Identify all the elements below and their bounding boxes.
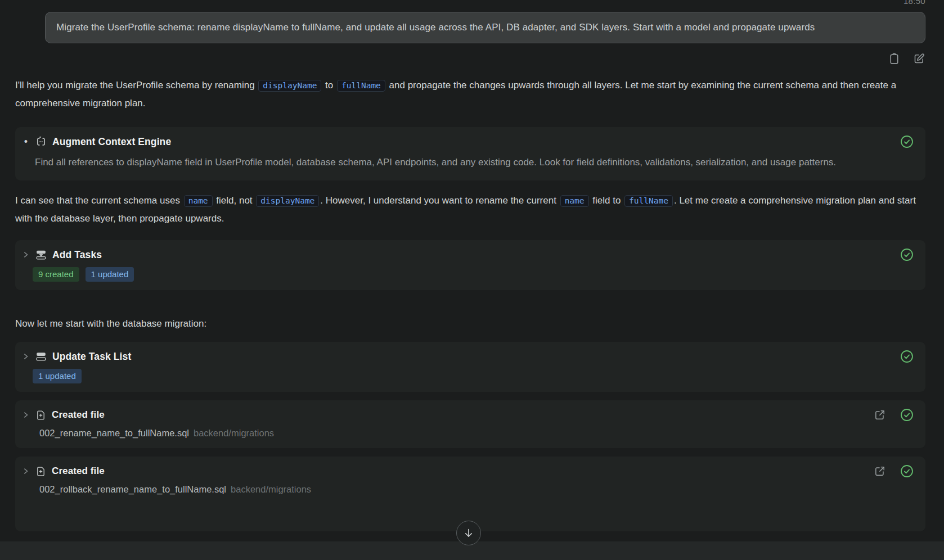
user-message-text: Migrate the UserProfile schema: rename d… xyxy=(56,22,815,33)
chevron-right-icon xyxy=(22,353,30,360)
file-plus-icon xyxy=(35,466,47,477)
external-link-icon xyxy=(874,409,886,421)
file-info: 002_rollback_rename_name_to_fullName.sql… xyxy=(39,482,914,496)
updated-count-badge: 1 updated xyxy=(33,369,82,383)
created-file-card: Created file xyxy=(15,457,925,531)
copy-message-button[interactable] xyxy=(888,52,901,65)
update-task-list-card: Update Task List 1 updated xyxy=(15,342,925,392)
inline-code: displayName xyxy=(258,80,321,92)
inline-code: fullName xyxy=(337,80,385,92)
open-file-button[interactable] xyxy=(874,409,886,421)
file-info: 002_rename_name_to_fullName.sqlbackend/m… xyxy=(39,426,914,440)
user-message-bubble: Migrate the UserProfile schema: rename d… xyxy=(45,12,925,43)
card-title: Created file xyxy=(52,466,105,477)
inline-code: name xyxy=(560,195,589,207)
scroll-to-bottom-button[interactable] xyxy=(456,521,481,545)
update-task-list-header[interactable]: Update Task List xyxy=(22,349,914,364)
context-engine-card: • Augment Context Engine xyxy=(15,127,925,180)
chevron-right-icon xyxy=(22,467,30,475)
chevron-right-icon xyxy=(22,251,30,259)
file-name: 002_rollback_rename_name_to_fullName.sql xyxy=(39,484,226,494)
arrow-down-icon xyxy=(462,526,475,540)
assistant-paragraph-transition: Now let me start with the database migra… xyxy=(15,315,925,333)
chevron-right-icon xyxy=(22,411,30,419)
updated-count-badge: 1 updated xyxy=(86,267,134,282)
inline-code: displayName xyxy=(256,195,319,207)
external-link-icon xyxy=(874,465,886,477)
open-file-button[interactable] xyxy=(874,465,886,477)
created-file-header[interactable]: Created file xyxy=(22,407,914,423)
inline-code: name xyxy=(184,195,213,207)
card-title: Add Tasks xyxy=(52,249,102,261)
card-title: Update Task List xyxy=(52,351,131,363)
card-title: Created file xyxy=(52,409,105,421)
created-file-card: Created file xyxy=(15,400,925,448)
created-count-badge: 9 created xyxy=(33,267,79,282)
edit-message-button[interactable] xyxy=(912,52,925,65)
card-title: Augment Context Engine xyxy=(52,136,171,148)
assistant-paragraph-analysis: I can see that the current schema uses n… xyxy=(15,192,925,228)
message-timestamp: 18:50 xyxy=(15,0,925,6)
assistant-paragraph-intro: I'll help you migrate the UserProfile sc… xyxy=(15,76,925,112)
success-check-icon xyxy=(900,464,914,478)
success-check-icon xyxy=(900,134,914,149)
file-path: backend/migrations xyxy=(231,484,311,494)
add-tasks-header[interactable]: Add Tasks xyxy=(22,247,914,263)
chat-content: 18:50 Migrate the UserProfile schema: re… xyxy=(0,0,944,531)
message-actions xyxy=(15,52,925,65)
clipboard-icon xyxy=(888,52,901,65)
file-plus-icon xyxy=(35,409,47,421)
tasks-tray-icon xyxy=(35,249,47,261)
augment-robot-icon xyxy=(35,136,47,148)
stacked-list-icon xyxy=(35,350,47,363)
success-check-icon xyxy=(900,349,914,364)
file-name: 002_rename_name_to_fullName.sql xyxy=(39,428,189,438)
edit-icon xyxy=(912,52,925,65)
inline-code: fullName xyxy=(624,195,673,207)
success-check-icon xyxy=(900,408,914,422)
badge-row: 1 updated xyxy=(33,369,914,383)
bullet-point: • xyxy=(22,136,30,148)
success-check-icon xyxy=(900,247,914,262)
badge-row: 9 created 1 updated xyxy=(33,267,914,282)
file-path: backend/migrations xyxy=(194,428,274,438)
context-engine-header[interactable]: • Augment Context Engine xyxy=(22,134,914,150)
add-tasks-card: Add Tasks 9 created 1 updated xyxy=(15,240,925,290)
context-engine-query: Find all references to displayName field… xyxy=(35,153,867,171)
created-file-header[interactable]: Created file xyxy=(22,463,914,479)
chat-panel: 18:50 Migrate the UserProfile schema: re… xyxy=(0,0,944,560)
